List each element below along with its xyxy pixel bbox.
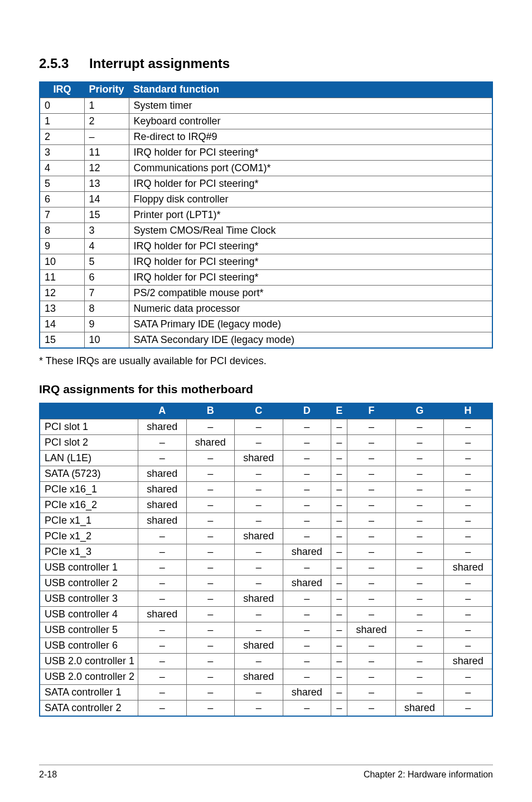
table-row: 715Printer port (LPT1)* <box>40 207 492 223</box>
cell-irq: 4 <box>40 161 84 176</box>
cell: – <box>283 622 331 638</box>
row-label: LAN (L1E) <box>40 451 138 466</box>
irq-footnote: * These IRQs are usually available for P… <box>39 355 493 367</box>
cell-priority: 2 <box>84 114 129 129</box>
irq-header-func: Standard function <box>129 81 492 98</box>
cell: – <box>186 638 235 654</box>
cell: – <box>331 576 347 591</box>
table-row: PCIe x1_3–––shared–––– <box>40 544 492 560</box>
cell: – <box>283 466 331 482</box>
cell: – <box>186 466 235 482</box>
cell-priority: 14 <box>84 192 129 207</box>
cell: – <box>138 451 187 466</box>
cell: – <box>444 419 492 435</box>
irq-header-irq: IRQ <box>40 81 84 98</box>
cell: – <box>235 513 283 529</box>
cell: – <box>444 451 492 466</box>
cell: – <box>283 669 331 685</box>
table-row: 116IRQ holder for PCI steering* <box>40 270 492 286</box>
table-row: SATA (5723)shared––––––– <box>40 466 492 482</box>
cell: – <box>347 576 396 591</box>
cell: shared <box>395 700 444 717</box>
cell: – <box>283 435 331 451</box>
cell-func: SATA Primary IDE (legacy mode) <box>129 317 492 332</box>
cell: – <box>444 482 492 497</box>
cell: – <box>186 419 235 435</box>
cell: – <box>347 700 396 717</box>
cell-func: IRQ holder for PCI steering* <box>129 145 492 161</box>
cell-priority: 7 <box>84 286 129 301</box>
cell: shared <box>283 544 331 560</box>
cell-func: PS/2 compatible mouse port* <box>129 286 492 301</box>
cell-func: Re-direct to IRQ#9 <box>129 129 492 145</box>
cell: – <box>186 622 235 638</box>
cell-priority: 5 <box>84 254 129 270</box>
row-label: USB controller 5 <box>40 622 138 638</box>
table-row: USB controller 2–––shared–––– <box>40 576 492 591</box>
cell-irq: 11 <box>40 270 84 286</box>
cell: – <box>138 591 187 607</box>
cell: – <box>347 451 396 466</box>
cell: – <box>444 497 492 513</box>
table-row: 105IRQ holder for PCI steering* <box>40 254 492 270</box>
assign-header-a: A <box>138 403 187 419</box>
cell: – <box>283 700 331 717</box>
cell: shared <box>186 435 235 451</box>
cell: – <box>395 544 444 560</box>
cell-priority: 8 <box>84 301 129 317</box>
cell: shared <box>138 419 187 435</box>
cell: – <box>444 638 492 654</box>
table-row: SATA controller 1–––shared–––– <box>40 685 492 700</box>
cell-func: SATA Secondary IDE (legacy mode) <box>129 332 492 349</box>
row-label: USB 2.0 controller 1 <box>40 654 138 669</box>
row-label: PCIe x16_2 <box>40 497 138 513</box>
cell-irq: 2 <box>40 129 84 145</box>
irq-header-priority: Priority <box>84 81 129 98</box>
cell: – <box>395 622 444 638</box>
cell: – <box>283 497 331 513</box>
table-row: PCIe x1_1shared––––––– <box>40 513 492 529</box>
cell: – <box>395 638 444 654</box>
assign-header-blank <box>40 403 138 419</box>
cell: shared <box>235 529 283 544</box>
cell: – <box>331 419 347 435</box>
row-label: USB controller 2 <box>40 576 138 591</box>
row-label: SATA controller 2 <box>40 700 138 717</box>
cell: shared <box>444 560 492 576</box>
cell: – <box>235 419 283 435</box>
assign-header-b: B <box>186 403 235 419</box>
cell-func: Communications port (COM1)* <box>129 161 492 176</box>
cell: – <box>283 513 331 529</box>
assign-header-e: E <box>331 403 347 419</box>
cell: – <box>331 497 347 513</box>
cell: – <box>331 591 347 607</box>
cell: – <box>283 654 331 669</box>
table-row: 311IRQ holder for PCI steering* <box>40 145 492 161</box>
cell: – <box>444 576 492 591</box>
assign-header-h: H <box>444 403 492 419</box>
cell: – <box>331 466 347 482</box>
row-label: PCIe x1_3 <box>40 544 138 560</box>
cell: – <box>186 685 235 700</box>
cell: – <box>186 482 235 497</box>
cell: – <box>395 419 444 435</box>
cell: shared <box>235 591 283 607</box>
cell: – <box>347 591 396 607</box>
cell: shared <box>283 576 331 591</box>
table-row: 614Floppy disk controller <box>40 192 492 207</box>
assign-header-g: G <box>395 403 444 419</box>
cell: – <box>331 435 347 451</box>
cell-irq: 0 <box>40 98 84 114</box>
cell-priority: 13 <box>84 176 129 192</box>
row-label: PCIe x16_1 <box>40 482 138 497</box>
cell: – <box>444 544 492 560</box>
cell: – <box>235 466 283 482</box>
cell-irq: 6 <box>40 192 84 207</box>
cell: – <box>444 622 492 638</box>
cell: – <box>395 669 444 685</box>
table-row: 149SATA Primary IDE (legacy mode) <box>40 317 492 332</box>
cell: – <box>347 529 396 544</box>
cell: – <box>347 435 396 451</box>
table-row: USB controller 1–––––––shared <box>40 560 492 576</box>
cell-func: Floppy disk controller <box>129 192 492 207</box>
